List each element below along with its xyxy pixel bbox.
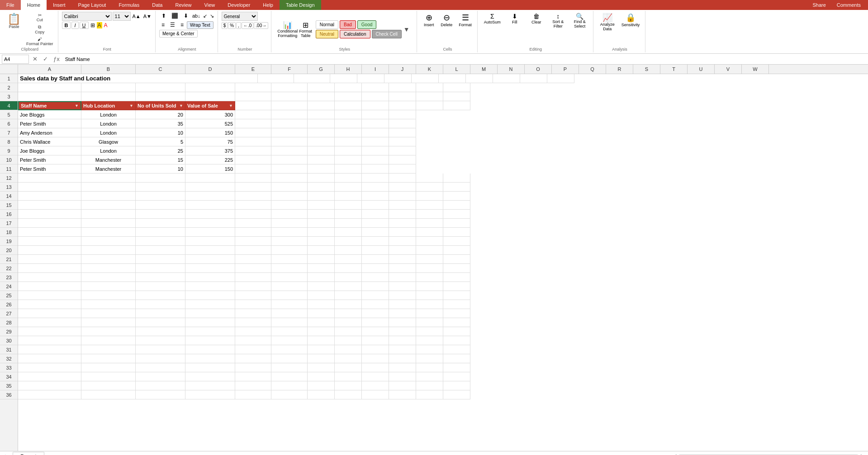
cell-c36[interactable]	[136, 390, 185, 399]
cell-k13[interactable]	[416, 183, 443, 192]
cell-f26[interactable]	[271, 300, 308, 309]
cell-c24[interactable]	[136, 282, 185, 291]
cell-h2[interactable]	[335, 83, 362, 92]
cell-c22[interactable]	[136, 264, 185, 273]
autosum-button[interactable]: Σ AutoSum	[481, 12, 503, 25]
cell-c28[interactable]	[136, 318, 185, 327]
cell-j33[interactable]	[389, 363, 416, 372]
cell-h6[interactable]	[335, 119, 362, 128]
cell-b20[interactable]	[81, 246, 136, 255]
tab-review[interactable]: Review	[169, 0, 198, 10]
cell-c11[interactable]: 10	[136, 164, 185, 174]
row-num-29[interactable]: 29	[0, 327, 18, 336]
cell-j22[interactable]	[389, 264, 416, 273]
cell-f25[interactable]	[271, 291, 308, 300]
cell-n1[interactable]	[520, 74, 547, 83]
cell-f22[interactable]	[271, 264, 308, 273]
font-name-select[interactable]: Calibri	[62, 12, 112, 21]
cell-c15[interactable]	[136, 201, 185, 210]
cell-k28[interactable]	[416, 318, 443, 327]
cell-a30[interactable]	[18, 336, 81, 345]
cell-i15[interactable]	[362, 201, 389, 210]
cell-a29[interactable]	[18, 327, 81, 336]
cell-a14[interactable]	[18, 192, 81, 201]
cell-e26[interactable]	[235, 300, 271, 309]
wrap-text-button[interactable]: Wrap Text	[187, 21, 213, 29]
cell-e17[interactable]	[235, 219, 271, 228]
cell-g26[interactable]	[308, 300, 335, 309]
cell-g15[interactable]	[308, 201, 335, 210]
cell-b34[interactable]	[81, 372, 136, 381]
share-button[interactable]: Share	[809, 1, 829, 9]
cell-j26[interactable]	[389, 300, 416, 309]
cell-h34[interactable]	[335, 372, 362, 381]
cell-i11[interactable]	[362, 164, 389, 174]
row-num-1[interactable]: 1	[0, 74, 18, 83]
cell-e5[interactable]	[235, 110, 271, 119]
cell-e30[interactable]	[235, 336, 271, 345]
cell-l28[interactable]	[443, 318, 470, 327]
cell-l25[interactable]	[443, 291, 470, 300]
cell-h24[interactable]	[335, 282, 362, 291]
cell-a23[interactable]	[18, 273, 81, 282]
cell-b23[interactable]	[81, 273, 136, 282]
cell-f18[interactable]	[271, 228, 308, 237]
cell-e16[interactable]	[235, 210, 271, 219]
tab-file[interactable]: File	[0, 0, 21, 10]
cell-l34[interactable]	[443, 372, 470, 381]
cell-b2[interactable]	[81, 83, 136, 92]
cell-a31[interactable]	[18, 345, 81, 354]
cell-j19[interactable]	[389, 237, 416, 246]
row-num-33[interactable]: 33	[0, 363, 18, 372]
row-num-26[interactable]: 26	[0, 300, 18, 309]
align-right-button[interactable]: ≡	[178, 21, 186, 29]
cell-l22[interactable]	[443, 264, 470, 273]
cell-b36[interactable]	[81, 390, 136, 399]
tab-formulas[interactable]: Formulas	[112, 0, 146, 10]
cell-d25[interactable]	[185, 291, 235, 300]
cell-k4[interactable]	[416, 101, 443, 110]
cut-button[interactable]: ✂ Cut	[24, 12, 55, 23]
cell-j27[interactable]	[389, 309, 416, 318]
cell-i26[interactable]	[362, 300, 389, 309]
row-num-14[interactable]: 14	[0, 192, 18, 201]
cell-e6[interactable]	[235, 119, 271, 128]
cell-f27[interactable]	[271, 309, 308, 318]
align-bottom-button[interactable]: ⬇	[181, 12, 190, 20]
col-header-i[interactable]: I	[362, 65, 389, 74]
cell-d22[interactable]	[185, 264, 235, 273]
cell-g16[interactable]	[308, 210, 335, 219]
cell-k26[interactable]	[416, 300, 443, 309]
tab-home[interactable]: Home	[21, 0, 47, 10]
cell-i25[interactable]	[362, 291, 389, 300]
cell-h15[interactable]	[335, 201, 362, 210]
cell-d9[interactable]: 375	[185, 146, 235, 155]
cell-h32[interactable]	[335, 354, 362, 363]
cell-d10[interactable]: 225	[185, 155, 235, 164]
border-button[interactable]: ⊞	[90, 22, 96, 28]
find-select-button[interactable]: 🔍 Find &Select	[569, 12, 590, 30]
cell-a13[interactable]	[18, 183, 81, 192]
cell-c33[interactable]	[136, 363, 185, 372]
cell-j15[interactable]	[389, 201, 416, 210]
cell-e15[interactable]	[235, 201, 271, 210]
cell-h9[interactable]	[335, 146, 362, 155]
cell-j25[interactable]	[389, 291, 416, 300]
cell-g23[interactable]	[308, 273, 335, 282]
align-middle-button[interactable]: ⬛	[169, 12, 180, 20]
cell-k24[interactable]	[416, 282, 443, 291]
cell-k30[interactable]	[416, 336, 443, 345]
cell-b24[interactable]	[81, 282, 136, 291]
cell-d30[interactable]	[185, 336, 235, 345]
cell-f6[interactable]	[271, 119, 308, 128]
cell-g7[interactable]	[308, 128, 335, 137]
cell-a28[interactable]	[18, 318, 81, 327]
cell-a24[interactable]	[18, 282, 81, 291]
cell-i9[interactable]	[362, 146, 389, 155]
cell-i5[interactable]	[362, 110, 389, 119]
cell-l17[interactable]	[443, 219, 470, 228]
row-num-4[interactable]: 4	[0, 101, 18, 110]
cell-d3[interactable]	[185, 92, 235, 101]
row-num-22[interactable]: 22	[0, 264, 18, 273]
cell-k15[interactable]	[416, 201, 443, 210]
